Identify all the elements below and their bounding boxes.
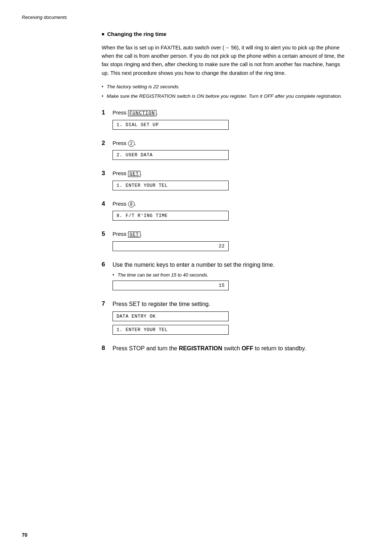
step-6-content: Use the numeric keys to enter a number t… xyxy=(113,261,348,294)
step-8: 8 Press STOP and turn the REGISTRATION s… xyxy=(102,344,348,356)
page-number: 70 xyxy=(22,532,28,538)
step-2-number: 2 xyxy=(102,139,113,147)
step-7-display2: 1. ENTER YOUR TEL xyxy=(113,325,229,335)
registration-word: REGISTRATION xyxy=(179,345,222,351)
set-key-5: SET xyxy=(128,231,140,238)
stop-key: STOP xyxy=(129,345,144,351)
step-6-number: 6 xyxy=(102,261,113,268)
intro-text: When the fax is set up in FAX/TEL auto s… xyxy=(102,44,348,77)
step-4-text: Press 8. xyxy=(113,200,348,208)
section-title: Changing the ring time xyxy=(102,31,348,37)
step-3-text: Press SET. xyxy=(113,169,348,178)
step-7: 7 Press SET to register the time setting… xyxy=(102,300,348,338)
circle-2: 2 xyxy=(128,140,135,147)
set-key-7: SET xyxy=(129,301,140,307)
step-3-number: 3 xyxy=(102,169,113,177)
function-key: FUNCTION xyxy=(128,110,156,116)
step-8-text: Press STOP and turn the REGISTRATION swi… xyxy=(113,344,348,353)
step-7-display1: DATA ENTRY OK xyxy=(113,311,229,321)
step-1: 1 Press FUNCTION. 1. DIAL SET UP xyxy=(102,109,348,133)
step-5-content: Press SET. 22 xyxy=(113,230,348,255)
step-6-display: 15 xyxy=(113,281,229,290)
circle-8: 8 xyxy=(128,201,135,208)
step-8-content: Press STOP and turn the REGISTRATION swi… xyxy=(113,344,348,356)
step-1-number: 1 xyxy=(102,109,113,116)
page-header: Receiving documents xyxy=(22,15,370,20)
step-6: 6 Use the numeric keys to enter a number… xyxy=(102,261,348,294)
step-4-content: Press 8. 8. F/T R'ING TIME xyxy=(113,200,348,225)
note-1: The factory setting is 22 seconds. xyxy=(102,83,348,90)
off-word: OFF xyxy=(242,345,253,351)
step-4: 4 Press 8. 8. F/T R'ING TIME xyxy=(102,200,348,225)
step-2-content: Press 2. 2. USER DATA xyxy=(113,139,348,164)
step-7-content: Press SET to register the time setting. … xyxy=(113,300,348,338)
step-3-content: Press SET. 1. ENTER YOUR TEL xyxy=(113,169,348,194)
step-2: 2 Press 2. 2. USER DATA xyxy=(102,139,348,164)
step-1-text: Press FUNCTION. xyxy=(113,109,348,117)
step-1-display: 1. DIAL SET UP xyxy=(113,120,229,130)
step-3-display: 1. ENTER YOUR TEL xyxy=(113,181,229,190)
set-key-3: SET xyxy=(128,171,140,177)
step-7-number: 7 xyxy=(102,300,113,307)
notes-list: The factory setting is 22 seconds. Make … xyxy=(102,83,348,100)
step-5-number: 5 xyxy=(102,230,113,238)
step-4-display: 8. F/T R'ING TIME xyxy=(113,211,229,221)
step-2-text: Press 2. xyxy=(113,139,348,148)
step-5: 5 Press SET. 22 xyxy=(102,230,348,255)
step-8-number: 8 xyxy=(102,344,113,352)
step-5-display: 22 xyxy=(113,241,229,251)
note-2: Make sure the REGISTRATION switch is ON … xyxy=(102,93,348,100)
step-5-text: Press SET. xyxy=(113,230,348,238)
step-3: 3 Press SET. 1. ENTER YOUR TEL xyxy=(102,169,348,194)
step-6-text: Use the numeric keys to enter a number t… xyxy=(113,261,348,269)
step-2-display: 2. USER DATA xyxy=(113,150,229,160)
step-4-number: 4 xyxy=(102,200,113,208)
step-7-text: Press SET to register the time setting. xyxy=(113,300,348,309)
step-1-content: Press FUNCTION. 1. DIAL SET UP xyxy=(113,109,348,133)
step-6-note: The time can be set from 15 to 40 second… xyxy=(113,272,348,278)
